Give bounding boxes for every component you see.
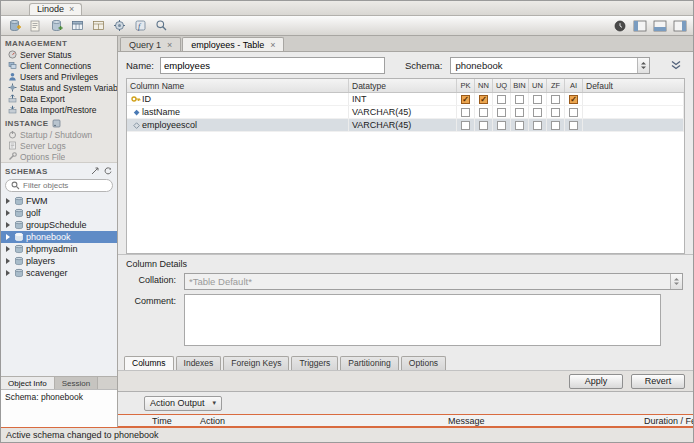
output-header-action[interactable]: Action	[200, 416, 448, 426]
tab-object-info[interactable]: Object Info	[1, 377, 55, 389]
output-type-select[interactable]: Action Output ▾	[144, 396, 222, 411]
expand-arrow-icon[interactable]	[6, 222, 10, 228]
schemas-adjust-icon[interactable]	[90, 166, 100, 176]
connection-tab-linode[interactable]: Linode ×	[29, 3, 82, 15]
header-column-name[interactable]: Column Name	[127, 79, 349, 92]
header-bin[interactable]: BIN	[511, 79, 529, 92]
ai-checkbox[interactable]	[569, 108, 578, 117]
new-query-tab-icon[interactable]	[6, 18, 23, 33]
toggle-sidebar-panel-icon[interactable]	[631, 18, 648, 33]
tab-columns[interactable]: Columns	[124, 356, 174, 370]
toggle-output-area-icon[interactable]	[651, 18, 668, 33]
un-checkbox[interactable]	[533, 95, 542, 104]
pk-checkbox[interactable]: ✓	[461, 95, 470, 104]
create-table-icon[interactable]	[69, 18, 86, 33]
tab-session[interactable]: Session	[55, 377, 98, 389]
sidebar-item-data-import[interactable]: Data Import/Restore	[1, 104, 117, 115]
collation-select[interactable]: *Table Default*	[184, 273, 683, 290]
nn-checkbox[interactable]	[479, 108, 488, 117]
expand-arrow-icon[interactable]	[6, 234, 10, 240]
sidebar-item-server-logs[interactable]: Server Logs	[1, 140, 117, 151]
header-ai[interactable]: AI	[565, 79, 583, 92]
tab-indexes[interactable]: Indexes	[176, 356, 222, 370]
expand-arrow-icon[interactable]	[6, 258, 10, 264]
close-icon[interactable]: ×	[270, 40, 275, 50]
schema-item-groupschedule[interactable]: groupSchedule	[1, 219, 117, 231]
header-datatype[interactable]: Datatype	[349, 79, 457, 92]
uq-checkbox[interactable]	[497, 108, 506, 117]
bin-checkbox[interactable]	[515, 95, 524, 104]
header-un[interactable]: UN	[529, 79, 547, 92]
default-cell[interactable]	[583, 106, 684, 118]
default-cell[interactable]	[583, 119, 684, 131]
schema-item-golf[interactable]: golf	[1, 207, 117, 219]
search-table-data-icon[interactable]	[153, 18, 170, 33]
expand-form-chevron-icon[interactable]	[667, 57, 685, 73]
schema-item-fwm[interactable]: FWM	[1, 195, 117, 207]
output-header-time[interactable]: Time	[152, 416, 200, 426]
table-row-id[interactable]: ID INT ✓ ✓ ✓	[127, 93, 684, 106]
schema-item-phpmyadmin[interactable]: phpmyadmin	[1, 243, 117, 255]
open-sql-script-icon[interactable]	[27, 18, 44, 33]
create-view-icon[interactable]	[90, 18, 107, 33]
sidebar-item-server-status[interactable]: Server Status	[1, 49, 117, 60]
schema-item-players[interactable]: players	[1, 255, 117, 267]
sidebar-item-status-system-variables[interactable]: Status and System Variables	[1, 82, 117, 93]
pk-checkbox[interactable]	[461, 121, 470, 130]
expand-arrow-icon[interactable]	[6, 270, 10, 276]
sidebar-item-startup-shutdown[interactable]: Startup / Shutdown	[1, 129, 117, 140]
un-checkbox[interactable]	[533, 108, 542, 117]
schema-filter-input[interactable]	[23, 181, 108, 190]
close-icon[interactable]: ×	[69, 5, 74, 14]
zf-checkbox[interactable]	[551, 95, 560, 104]
default-cell[interactable]	[583, 93, 684, 105]
grid-empty-area[interactable]	[127, 132, 684, 253]
create-schema-icon[interactable]	[48, 18, 65, 33]
table-row-lastname[interactable]: lastName VARCHAR(45)	[127, 106, 684, 119]
ai-checkbox[interactable]: ✓	[569, 95, 578, 104]
comment-textarea[interactable]	[184, 294, 661, 346]
schema-item-phonebook[interactable]: phonebook	[1, 231, 117, 243]
table-name-input[interactable]	[160, 57, 385, 74]
apply-button[interactable]: Apply	[569, 374, 623, 389]
header-default[interactable]: Default	[583, 79, 684, 92]
tab-triggers[interactable]: Triggers	[291, 356, 338, 370]
combo-stepper-icon[interactable]	[670, 274, 682, 289]
expand-arrow-icon[interactable]	[6, 246, 10, 252]
schemas-refresh-icon[interactable]	[103, 166, 113, 176]
revert-button[interactable]: Revert	[631, 374, 685, 389]
header-uq[interactable]: UQ	[493, 79, 511, 92]
tab-employees-table[interactable]: employees - Table ×	[182, 37, 284, 51]
table-row-employeescol[interactable]: employeescol VARCHAR(45)	[127, 119, 684, 132]
header-nn[interactable]: NN	[475, 79, 493, 92]
sidebar-item-data-export[interactable]: Data Export	[1, 93, 117, 104]
tab-partitioning[interactable]: Partitioning	[340, 356, 399, 370]
close-icon[interactable]: ×	[167, 40, 172, 50]
ai-checkbox[interactable]	[569, 121, 578, 130]
uq-checkbox[interactable]	[497, 121, 506, 130]
sidebar-item-users-privileges[interactable]: Users and Privileges	[1, 71, 117, 82]
header-pk[interactable]: PK	[457, 79, 475, 92]
uq-checkbox[interactable]	[497, 95, 506, 104]
un-checkbox[interactable]	[533, 121, 542, 130]
bin-checkbox[interactable]	[515, 108, 524, 117]
clock-icon[interactable]	[611, 18, 628, 33]
pk-checkbox[interactable]	[461, 108, 470, 117]
zf-checkbox[interactable]	[551, 121, 560, 130]
toggle-secondary-sidebar-icon[interactable]	[671, 18, 688, 33]
nn-checkbox[interactable]	[479, 121, 488, 130]
bin-checkbox[interactable]	[515, 121, 524, 130]
create-procedure-icon[interactable]	[111, 18, 128, 33]
combo-stepper-icon[interactable]	[637, 58, 649, 73]
sidebar-item-client-connections[interactable]: Client Connections	[1, 60, 117, 71]
tab-query-1[interactable]: Query 1 ×	[120, 37, 181, 51]
create-function-icon[interactable]: f	[132, 18, 149, 33]
output-header-message[interactable]: Message	[448, 416, 644, 426]
schema-item-scavenger[interactable]: scavenger	[1, 267, 117, 279]
sidebar-item-options-file[interactable]: Options File	[1, 151, 117, 162]
header-zf[interactable]: ZF	[547, 79, 565, 92]
expand-arrow-icon[interactable]	[6, 210, 10, 216]
zf-checkbox[interactable]	[551, 108, 560, 117]
nn-checkbox[interactable]: ✓	[479, 95, 488, 104]
tab-foreign-keys[interactable]: Foreign Keys	[223, 356, 289, 370]
